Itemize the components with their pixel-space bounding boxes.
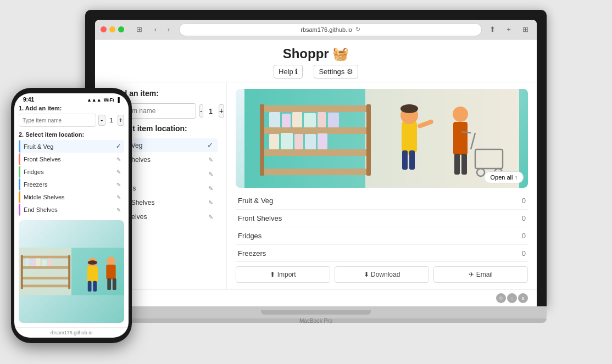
url-text: rbsam176.github.io bbox=[301, 26, 352, 33]
back-button[interactable]: ‹ bbox=[149, 24, 162, 36]
signal-icon: ▲▲▲ bbox=[87, 97, 102, 103]
svg-rect-53 bbox=[88, 281, 92, 292]
phone-loc-label: Middle Shelves bbox=[24, 194, 65, 200]
phone-body: 9:41 ▲▲▲ WiFi ▐ 1. Add an item: - 1 + 2.… bbox=[11, 88, 132, 343]
nav-buttons: ‹ › bbox=[149, 24, 175, 36]
cc-icon-circle: ○ bbox=[507, 293, 517, 303]
svg-rect-7 bbox=[261, 169, 371, 175]
phone-loc-label: Front Shelves bbox=[24, 156, 61, 163]
phone-item-input[interactable] bbox=[19, 114, 96, 127]
address-bar[interactable]: rbsam176.github.io ↻ bbox=[179, 23, 482, 36]
edit-icon: ✎ bbox=[208, 199, 213, 206]
qty-minus-button[interactable]: - bbox=[199, 104, 203, 117]
settings-button[interactable]: Settings ⚙ bbox=[314, 65, 358, 79]
summary-count: 0 bbox=[522, 214, 526, 222]
summary-count: 0 bbox=[522, 249, 526, 257]
svg-rect-19 bbox=[305, 134, 316, 149]
laptop-base bbox=[85, 306, 547, 318]
new-tab-button[interactable]: + bbox=[503, 24, 515, 36]
phone-qty-minus[interactable]: - bbox=[98, 115, 105, 126]
edit-icon: ✎ bbox=[208, 156, 213, 164]
help-button[interactable]: Help ℹ bbox=[274, 65, 303, 79]
phone-add-title: 1. Add an item: bbox=[19, 105, 124, 111]
svg-rect-13 bbox=[304, 113, 316, 127]
import-button[interactable]: ⬆ Import bbox=[236, 266, 330, 283]
svg-rect-57 bbox=[107, 278, 111, 290]
svg-rect-43 bbox=[21, 255, 23, 289]
summary-row-front: Front Shelves 0 bbox=[236, 210, 528, 227]
action-bar: ⬆ Import ⬇ Download ✈ Email bbox=[236, 261, 528, 283]
app-nav: Help ℹ Settings ⚙ bbox=[95, 65, 537, 79]
phone: 9:41 ▲▲▲ WiFi ▐ 1. Add an item: - 1 + 2.… bbox=[11, 88, 132, 343]
phone-location-title: 2. Select item location: bbox=[19, 131, 124, 138]
svg-rect-20 bbox=[318, 133, 327, 149]
macbook-label: MacBook Pro bbox=[299, 318, 332, 324]
app-footer: or Support © ○ $ bbox=[95, 289, 537, 306]
app-body: 1. Add an item: - 1 + 2. Select item loc… bbox=[95, 82, 537, 289]
laptop-screen-bezel: ⊞ ‹ › rbsam176.github.io ↻ ⬆ + ⊞ Shoppr … bbox=[85, 10, 547, 306]
browser-window: ⊞ ‹ › rbsam176.github.io ↻ ⬆ + ⊞ Shoppr … bbox=[95, 20, 537, 306]
svg-point-51 bbox=[88, 260, 97, 265]
svg-rect-17 bbox=[281, 133, 293, 149]
phone-screen: 9:41 ▲▲▲ WiFi ▐ 1. Add an item: - 1 + 2.… bbox=[14, 93, 129, 338]
share-button[interactable]: ⬆ bbox=[486, 24, 498, 36]
svg-rect-8 bbox=[260, 104, 264, 176]
svg-rect-45 bbox=[25, 259, 30, 266]
svg-rect-4 bbox=[261, 105, 371, 112]
svg-rect-48 bbox=[42, 259, 47, 266]
phone-edit-icon: ✎ bbox=[116, 207, 121, 213]
svg-rect-15 bbox=[328, 113, 339, 127]
svg-rect-26 bbox=[409, 150, 415, 170]
edit-icon: ✎ bbox=[208, 214, 213, 221]
phone-loc-fridges[interactable]: Fridges ✎ bbox=[19, 166, 124, 178]
extensions-button[interactable]: ⊞ bbox=[519, 24, 531, 36]
svg-rect-22 bbox=[402, 122, 417, 152]
edit-icon: ✎ bbox=[208, 171, 213, 178]
laptop: ⊞ ‹ › rbsam176.github.io ↻ ⬆ + ⊞ Shoppr … bbox=[85, 10, 547, 339]
svg-rect-52 bbox=[87, 266, 98, 282]
summary-count: 0 bbox=[522, 197, 526, 205]
edit-icon: ✎ bbox=[208, 185, 213, 192]
phone-content: 1. Add an item: - 1 + 2. Select item loc… bbox=[14, 105, 129, 327]
cc-icon-c: © bbox=[496, 293, 506, 303]
battery-icon: ▐ bbox=[116, 97, 120, 103]
phone-loc-end[interactable]: End Shelves ✎ bbox=[19, 204, 124, 216]
forward-button[interactable]: › bbox=[163, 24, 175, 36]
maximize-button[interactable] bbox=[118, 26, 124, 32]
app-header: Shoppr 🧺 Help ℹ Settings ⚙ bbox=[95, 40, 537, 82]
check-icon: ✓ bbox=[207, 141, 213, 149]
right-panel: Open all ↑ Fruit & Veg 0 Front Shelves 0 bbox=[227, 82, 537, 289]
phone-loc-front[interactable]: Front Shelves ✎ bbox=[19, 153, 124, 165]
summary-label: Fridges bbox=[238, 232, 262, 240]
laptop-hinge bbox=[261, 310, 371, 315]
svg-rect-25 bbox=[402, 150, 408, 170]
svg-rect-12 bbox=[292, 112, 302, 127]
email-button[interactable]: ✈ Email bbox=[433, 266, 528, 283]
phone-loc-label: Fridges bbox=[24, 169, 44, 175]
summary-row-fruit: Fruit & Veg 0 bbox=[236, 192, 528, 210]
minimize-button[interactable] bbox=[109, 26, 115, 32]
sidebar-toggle-button[interactable]: ⊞ bbox=[133, 24, 145, 36]
svg-rect-40 bbox=[21, 266, 69, 269]
open-all-button[interactable]: Open all ↑ bbox=[484, 171, 524, 183]
svg-rect-54 bbox=[93, 281, 97, 292]
laptop-foot: MacBook Pro bbox=[85, 318, 547, 323]
browser-content: Shoppr 🧺 Help ℹ Settings ⚙ 1. Add an ite… bbox=[95, 40, 537, 306]
svg-rect-42 bbox=[21, 285, 69, 288]
svg-rect-31 bbox=[461, 154, 467, 175]
svg-rect-16 bbox=[269, 134, 279, 149]
svg-rect-39 bbox=[21, 256, 69, 259]
phone-loc-middle[interactable]: Middle Shelves ✎ bbox=[19, 191, 124, 203]
close-button[interactable] bbox=[101, 26, 107, 32]
svg-rect-44 bbox=[68, 255, 70, 289]
summary-table: Fruit & Veg 0 Front Shelves 0 Fridges 0 bbox=[236, 192, 528, 257]
phone-add-row: - 1 + bbox=[19, 114, 124, 127]
svg-rect-56 bbox=[106, 265, 115, 279]
download-button[interactable]: ⬇ Download bbox=[335, 266, 429, 283]
cc-badge: © ○ $ bbox=[496, 293, 528, 303]
phone-loc-freezers[interactable]: Freezers ✎ bbox=[19, 178, 124, 191]
phone-qty-plus[interactable]: + bbox=[118, 115, 125, 126]
phone-loc-fruit[interactable]: Fruit & Veg ✓ bbox=[19, 140, 124, 153]
reload-icon: ↻ bbox=[355, 26, 360, 33]
qty-plus-button[interactable]: + bbox=[219, 104, 224, 117]
